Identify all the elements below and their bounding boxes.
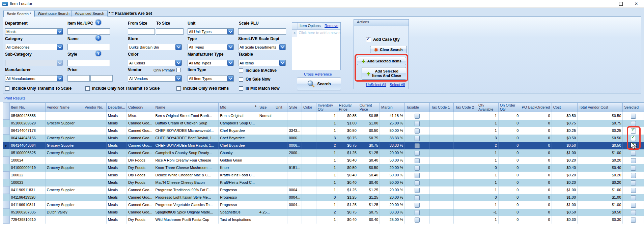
include-only-web-checkbox[interactable]	[176, 86, 181, 91]
row-indicator[interactable]	[3, 112, 10, 120]
table-row[interactable]: 100022MealsDry FoodsDeluxe White Cheddar…	[3, 172, 644, 179]
table-row[interactable]: 041196910841Grocery SupplierMealsCanned …	[3, 201, 644, 209]
taxable-checkbox[interactable]	[415, 188, 420, 193]
manufacturer-select[interactable]: All Manufacturers	[5, 75, 63, 82]
column-header-total_cost[interactable]: Total Vendor Cost	[578, 103, 623, 112]
table-row[interactable]: 051000287335Dutch ValleyMealsCanned Goo.…	[3, 209, 644, 216]
taxable-checkbox[interactable]	[415, 203, 420, 208]
column-header-selected[interactable]: Selected	[623, 103, 644, 112]
selected-checkbox[interactable]	[631, 173, 636, 178]
table-row[interactable]: 100023MealsDry FoodsMac'N Cheese Cheesy …	[3, 179, 644, 186]
help-icon[interactable]: ?	[95, 35, 101, 41]
selected-checkbox[interactable]	[631, 180, 636, 185]
column-header-tax2[interactable]: Tax Code 2	[454, 103, 477, 112]
name-input[interactable]	[67, 44, 110, 50]
table-row[interactable]: 064144047178MealsCanned Goo...CHEF BOYAR…	[3, 127, 644, 135]
taxable-select[interactable]: All Items	[238, 60, 286, 66]
taxable-checkbox[interactable]	[415, 114, 420, 119]
taxable-checkbox[interactable]	[415, 173, 420, 178]
help-icon[interactable]: ?	[95, 51, 101, 56]
taxable-checkbox[interactable]	[415, 143, 420, 148]
row-indicator[interactable]	[3, 120, 10, 127]
only-primary-checkbox[interactable]	[176, 68, 181, 72]
unselect-all-link[interactable]: UnSelect All	[366, 83, 386, 87]
in-mix-match-now-checkbox[interactable]	[239, 86, 243, 91]
item-no-upc-input[interactable]	[67, 28, 110, 35]
from-size-input[interactable]	[128, 28, 155, 35]
tab-warehouse-search[interactable]: Warehouse Search	[34, 10, 73, 17]
help-icon[interactable]: ?	[95, 20, 101, 25]
column-header-name[interactable]: Name	[154, 103, 219, 112]
column-header-inv_qty[interactable]: Inventory Qty	[316, 103, 337, 112]
row-indicator[interactable]	[3, 194, 10, 201]
selected-checkbox[interactable]	[631, 128, 636, 134]
manufacturer-type-select[interactable]: All Mfg Types	[188, 60, 234, 66]
table-row[interactable]: 051000289629Grocery SupplierMealsCanned …	[3, 120, 644, 127]
selected-checkbox[interactable]	[631, 188, 636, 193]
column-header-cost[interactable]: Cost	[552, 103, 577, 112]
row-indicator[interactable]	[3, 127, 10, 135]
style-input[interactable]	[67, 60, 110, 66]
scale-plu-input[interactable]	[238, 28, 286, 35]
column-header-unit[interactable]: Unit	[274, 103, 287, 112]
price-from-input[interactable]	[67, 75, 90, 82]
column-header-dept[interactable]: Departm...	[106, 103, 127, 112]
column-header-vendor_name[interactable]: Vendor Name	[45, 103, 83, 112]
select-all-link[interactable]: Select All	[390, 83, 405, 87]
selected-checkbox[interactable]	[631, 114, 636, 119]
item-type-select[interactable]: All Item Types	[188, 75, 234, 82]
minimize-button[interactable]: —	[597, 0, 613, 7]
store-select[interactable]: Burks Bargain Bin	[128, 44, 182, 50]
include-inactive-checkbox[interactable]	[239, 68, 243, 73]
taxable-checkbox[interactable]	[415, 158, 420, 163]
taxable-checkbox[interactable]	[415, 121, 420, 126]
item-options-new-row[interactable]: ✳ Click here to add a new row	[292, 30, 340, 37]
type-select[interactable]: All Types	[188, 44, 234, 50]
row-indicator[interactable]	[3, 172, 10, 179]
category-select[interactable]: All Categories	[5, 44, 63, 50]
column-header-item_no[interactable]: Item No.	[9, 103, 45, 112]
row-indicator[interactable]	[3, 201, 10, 209]
table-row[interactable]: 041000009419Grocery SupplierMealsDry Foo…	[3, 164, 644, 172]
column-header-color[interactable]: Color	[302, 103, 316, 112]
row-indicator[interactable]: ▶	[3, 142, 10, 149]
selected-checkbox[interactable]	[631, 203, 636, 208]
row-indicator[interactable]	[3, 179, 10, 186]
tab-advanced-search[interactable]: Advanced Search	[72, 10, 108, 17]
search-button[interactable]: Search	[297, 78, 341, 90]
table-row[interactable]: 051000005625Grocery SupplierMealsCanned …	[3, 149, 644, 157]
add-case-qty-checkbox[interactable]	[366, 37, 371, 42]
include-only-transmit-checkbox[interactable]	[5, 86, 9, 91]
column-header-size[interactable]: Size	[258, 103, 274, 112]
include-only-not-transmit-checkbox[interactable]	[85, 86, 90, 91]
cross-reference-link[interactable]: Cross Reference	[304, 72, 332, 76]
unit-select[interactable]: All Unit Types	[188, 28, 234, 35]
taxable-checkbox[interactable]	[415, 128, 420, 134]
selected-checkbox[interactable]	[631, 143, 636, 148]
row-indicator[interactable]	[3, 164, 10, 172]
maximize-button[interactable]	[613, 0, 628, 7]
table-row[interactable]: ▶064144043064Grocery SupplierMealsCanned…	[3, 142, 644, 149]
row-indicator[interactable]	[3, 186, 10, 194]
column-header-vendor_no[interactable]: Vendor No.	[83, 103, 106, 112]
column-header-tax1[interactable]: Tax Code 1	[429, 103, 454, 112]
print-results-link[interactable]: Print Results	[4, 96, 25, 100]
table-row[interactable]: 041196419320MealsCanned Goo...Progresso …	[3, 194, 644, 201]
item-options-remove-link[interactable]: Remove	[323, 23, 340, 29]
selected-checkbox[interactable]	[631, 121, 636, 126]
to-size-input[interactable]	[156, 28, 184, 35]
taxable-checkbox[interactable]	[415, 151, 420, 156]
selected-checkbox[interactable]	[631, 136, 636, 141]
table-row[interactable]: 064144043156Grocery SupplierMealsCanned …	[3, 135, 644, 142]
row-indicator[interactable]	[3, 135, 10, 142]
taxable-checkbox[interactable]	[415, 210, 420, 215]
taxable-checkbox[interactable]	[415, 136, 420, 141]
tab-basic-search[interactable]: Basic Search *	[3, 10, 34, 17]
column-header-reg_price[interactable]: Regular Price	[337, 103, 358, 112]
table-row[interactable]: 100024MealsDry FoodsRice A Roni Creamy F…	[3, 157, 644, 164]
row-indicator[interactable]	[3, 209, 10, 216]
table-row[interactable]: 054800425853MealsMisc.Ben s Original Str…	[3, 112, 644, 120]
row-indicator[interactable]	[3, 216, 10, 224]
taxable-checkbox[interactable]	[415, 218, 420, 223]
column-header-qty_avail[interactable]: Qty Available	[477, 103, 499, 112]
